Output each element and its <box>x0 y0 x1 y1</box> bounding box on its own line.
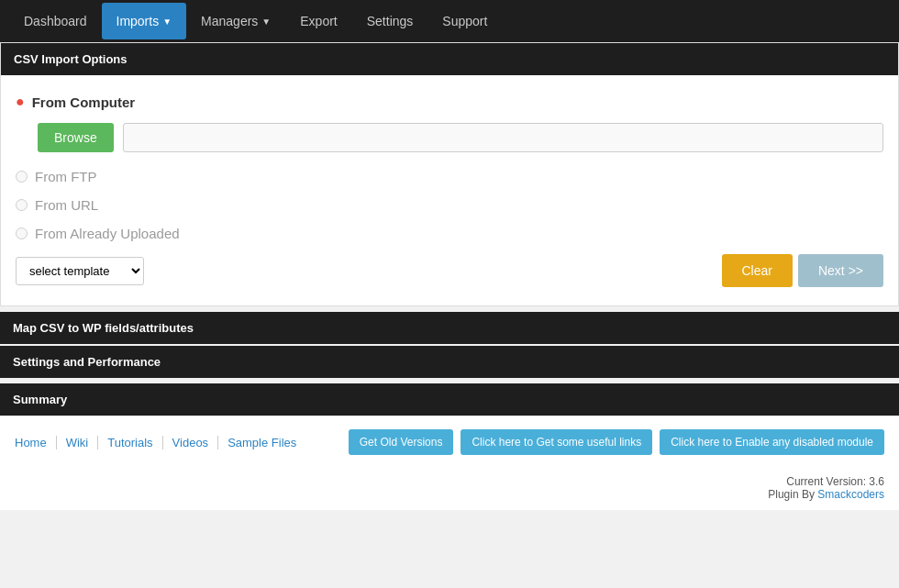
csv-import-header: CSV Import Options <box>1 43 898 75</box>
footer-actions: Get Old Versions Click here to Get some … <box>349 429 884 455</box>
page-content: CSV Import Options ● From Computer Brows… <box>0 42 899 510</box>
from-computer-label: From Computer <box>32 94 136 110</box>
nav-imports-label: Imports <box>117 14 160 28</box>
from-already-uploaded-radio[interactable] <box>16 227 28 239</box>
plugin-link[interactable]: Smackcoders <box>817 488 884 501</box>
action-buttons: Clear Next >> <box>722 254 884 287</box>
csv-import-body: ● From Computer Browse From FTP From URL… <box>1 75 898 305</box>
settings-perf-header[interactable]: Settings and Performance <box>0 346 899 378</box>
from-already-uploaded-label: From Already Uploaded <box>35 226 180 241</box>
nav-item-support[interactable]: Support <box>427 3 502 39</box>
file-input-display <box>123 123 883 152</box>
footer-link-sample-files[interactable]: Sample Files <box>218 436 305 449</box>
footer-links: Home Wiki Tutorials Videos Sample Files … <box>0 416 899 468</box>
version-text: Current Version: 3.6 <box>786 475 884 488</box>
dropdown-arrow-icon: ▼ <box>162 17 172 27</box>
click-here-useful-links-button[interactable]: Click here to Get some useful links <box>461 429 652 455</box>
select-template-dropdown[interactable]: select template <box>16 257 144 285</box>
get-old-versions-button[interactable]: Get Old Versions <box>349 429 454 455</box>
csv-import-panel: CSV Import Options ● From Computer Brows… <box>0 42 899 306</box>
footer-link-home[interactable]: Home <box>15 436 57 449</box>
browse-row: Browse <box>38 123 883 152</box>
dropdown-arrow-icon: ▼ <box>261 17 271 27</box>
from-url-radio[interactable] <box>16 199 28 211</box>
bottom-row: select template Clear Next >> <box>16 254 883 287</box>
main-nav: Dashboard Imports ▼ Managers ▼ Export Se… <box>0 0 899 42</box>
version-info: Current Version: 3.6 Plugin By Smackcode… <box>0 468 899 510</box>
clear-button[interactable]: Clear <box>722 254 793 287</box>
option-from-ftp[interactable]: From FTP <box>16 169 883 184</box>
footer-link-tutorials[interactable]: Tutorials <box>98 436 162 449</box>
nav-item-settings[interactable]: Settings <box>352 3 428 39</box>
radio-selected-indicator: ● <box>16 94 25 110</box>
from-ftp-radio[interactable] <box>16 171 28 183</box>
plugin-by-text: Plugin By <box>768 488 815 501</box>
summary-header: Summary <box>0 383 899 416</box>
from-url-label: From URL <box>35 197 98 213</box>
next-button[interactable]: Next >> <box>798 254 883 287</box>
nav-item-export[interactable]: Export <box>285 3 351 39</box>
map-csv-header[interactable]: Map CSV to WP fields/attributes <box>0 312 899 344</box>
option-from-url[interactable]: From URL <box>16 197 883 213</box>
nav-item-managers[interactable]: Managers ▼ <box>186 3 285 39</box>
footer-link-wiki[interactable]: Wiki <box>57 436 99 449</box>
browse-button[interactable]: Browse <box>38 123 114 152</box>
option-from-already-uploaded[interactable]: From Already Uploaded <box>16 226 883 241</box>
nav-item-imports[interactable]: Imports ▼ <box>102 3 187 39</box>
footer-link-videos[interactable]: Videos <box>163 436 219 449</box>
nav-managers-label: Managers <box>201 14 258 28</box>
summary-panel: Summary <box>0 383 899 416</box>
option-from-computer[interactable]: ● From Computer <box>16 94 883 110</box>
enable-disabled-module-button[interactable]: Click here to Enable any disabled module <box>660 429 884 455</box>
from-ftp-label: From FTP <box>35 169 97 184</box>
nav-item-dashboard[interactable]: Dashboard <box>9 3 102 39</box>
